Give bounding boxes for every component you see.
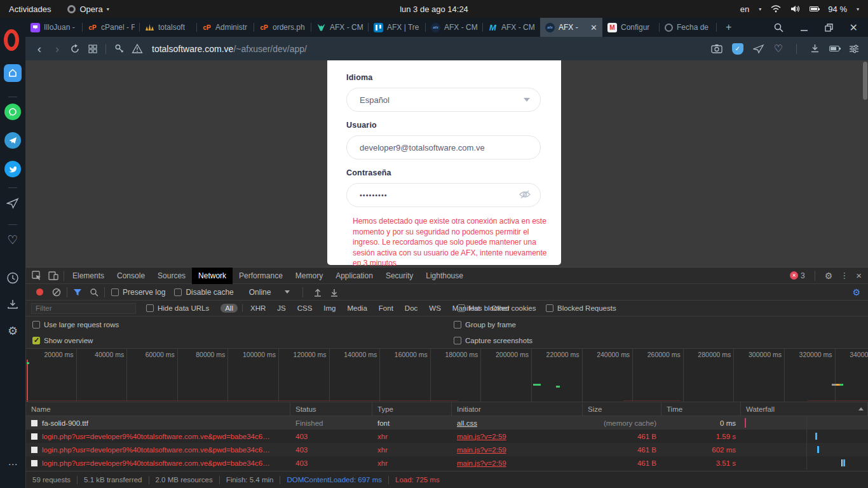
speed-dial-button[interactable] [4, 64, 22, 82]
tab-afx-cms-3[interactable]: M AFX - CM [483, 18, 540, 37]
battery-saver-icon[interactable] [829, 46, 839, 51]
initiator-link[interactable]: main.js?v=2:59 [452, 430, 583, 443]
tab-network[interactable]: Network [192, 268, 233, 284]
network-settings-gear-icon[interactable]: ⚙ [852, 287, 868, 297]
app-menu[interactable]: Opera ▾ [67, 4, 109, 14]
clock[interactable]: lun 3 de ago 14:24 [400, 4, 468, 14]
column-header-size[interactable]: Size [583, 402, 661, 416]
type-filter-doc[interactable]: Doc [399, 304, 423, 312]
network-overview-timeline[interactable]: 20000 ms 40000 ms 60000 ms 80000 ms 1000… [26, 349, 868, 402]
activities-button[interactable]: Actividades [9, 4, 51, 14]
hide-data-urls-checkbox[interactable]: Hide data URLs [146, 304, 209, 312]
throttling-select[interactable]: Online [249, 288, 290, 297]
restore-window-icon[interactable] [825, 24, 833, 32]
record-network-log-button[interactable] [36, 288, 43, 295]
tab-application[interactable]: Application [329, 268, 379, 284]
back-icon[interactable]: ‹ [31, 42, 48, 56]
import-har-icon[interactable] [309, 288, 326, 297]
forward-icon[interactable]: › [48, 42, 66, 56]
minimize-icon[interactable] [800, 24, 808, 32]
initiator-link[interactable]: main.js?v=2:59 [452, 444, 583, 456]
type-filter-media[interactable]: Media [342, 304, 373, 312]
downloads-icon[interactable] [810, 44, 820, 53]
column-header-name[interactable]: Name [26, 402, 290, 416]
battery-percent[interactable]: 94 % [828, 4, 847, 14]
type-filter-img[interactable]: Img [318, 304, 341, 312]
tab-administr[interactable]: cP Administr [197, 18, 254, 37]
easy-setup-sliders-icon[interactable] [849, 44, 859, 53]
search-network-icon[interactable] [86, 288, 102, 297]
tab-illojuan[interactable]: IlloJuan - [25, 18, 83, 37]
request-row-login-1[interactable]: login.php?usr=developer9%40totalsoftware… [26, 430, 868, 443]
tab-memory[interactable]: Memory [289, 268, 329, 284]
telegram-icon[interactable] [4, 132, 21, 149]
flow-send-icon[interactable] [753, 44, 764, 54]
bookmarks-heart-icon[interactable]: ♡ [7, 234, 18, 246]
show-overview-checkbox[interactable]: Show overview [32, 337, 93, 344]
close-tab-icon[interactable]: ✕ [590, 23, 597, 32]
type-filter-ws[interactable]: WS [423, 304, 447, 312]
tab-lighthouse[interactable]: Lighthouse [419, 268, 470, 284]
column-header-time[interactable]: Time [661, 402, 741, 416]
device-toolbar-icon[interactable] [45, 271, 62, 280]
tab-tiles-icon[interactable] [84, 44, 102, 54]
tab-afx-trello[interactable]: AFX | Tre [369, 18, 426, 37]
devtools-menu-icon[interactable]: ⋮ [840, 271, 848, 280]
tab-fecha[interactable]: Fecha de [660, 18, 717, 37]
tab-cpanel[interactable]: cP cPanel - F [83, 18, 140, 37]
username-input[interactable] [360, 143, 506, 152]
tab-orders[interactable]: cP orders.ph [254, 18, 311, 37]
reload-icon[interactable] [66, 44, 84, 54]
type-filter-js[interactable]: JS [271, 304, 291, 312]
tab-afx-cms-1[interactable]: AFX - CM [311, 18, 369, 37]
bookmark-heart-icon[interactable]: ♡ [774, 44, 783, 54]
type-filter-all[interactable]: All [220, 304, 238, 313]
tab-afx-cms-2[interactable]: afx AFX - CM [426, 18, 483, 37]
devtools-settings-gear-icon[interactable]: ⚙ [825, 271, 833, 281]
opera-menu-button[interactable] [4, 29, 19, 51]
has-blocked-cookies-checkbox[interactable]: Has blocked cookies [458, 304, 536, 312]
blocked-requests-checkbox[interactable]: Blocked Requests [546, 304, 616, 312]
whatsapp-icon[interactable] [4, 104, 21, 120]
vpn-shield-icon[interactable]: ✓ [732, 43, 743, 55]
search-tabs-icon[interactable] [774, 23, 783, 32]
downloads-tray-icon[interactable] [7, 299, 18, 310]
capture-screenshots-checkbox[interactable]: Capture screenshots [454, 337, 532, 344]
tab-sources[interactable]: Sources [151, 268, 192, 284]
tab-security[interactable]: Security [379, 268, 419, 284]
volume-icon[interactable] [790, 5, 800, 13]
column-header-initiator[interactable]: Initiator [452, 402, 583, 416]
url-field[interactable]: totalsoftware.com.ve/~afxuser/dev/app/ [152, 44, 307, 54]
site-key-icon[interactable] [110, 43, 129, 54]
history-clock-icon[interactable] [7, 272, 19, 284]
type-filter-font[interactable]: Font [373, 304, 399, 312]
sidebar-overflow-icon[interactable]: ⋯ [8, 459, 18, 469]
twitter-icon[interactable] [4, 161, 21, 177]
request-row-login-3[interactable]: login.php?usr=developer9%40totalsoftware… [26, 456, 868, 470]
tab-afx-active[interactable]: afx AFX - ✕ [540, 18, 602, 37]
filter-funnel-icon[interactable] [69, 288, 86, 296]
snapshot-camera-icon[interactable] [711, 44, 722, 53]
settings-gear-icon[interactable]: ⚙ [8, 325, 18, 337]
column-header-type[interactable]: Type [372, 402, 452, 416]
language-select[interactable]: Español [346, 88, 541, 112]
page-scrollbar[interactable] [863, 62, 867, 100]
disable-cache-checkbox[interactable]: Disable cache [174, 288, 233, 297]
tab-performance[interactable]: Performance [233, 268, 289, 284]
new-tab-button[interactable]: + [717, 18, 740, 37]
password-input[interactable] [360, 191, 506, 199]
close-window-icon[interactable]: ✕ [850, 22, 858, 34]
initiator-link[interactable]: all.css [452, 417, 583, 430]
initiator-link[interactable]: main.js?v=2:59 [452, 457, 583, 470]
group-by-frame-checkbox[interactable]: Group by frame [454, 321, 516, 329]
column-header-status[interactable]: Status [290, 402, 372, 416]
request-row-font[interactable]: fa-solid-900.ttf Finished font all.css (… [26, 416, 868, 430]
use-large-request-rows-checkbox[interactable]: Use large request rows [32, 321, 119, 329]
type-filter-css[interactable]: CSS [292, 304, 318, 312]
my-flow-icon[interactable] [6, 198, 19, 209]
request-row-login-2[interactable]: login.php?usr=developer9%40totalsoftware… [26, 443, 868, 456]
wifi-icon[interactable] [771, 5, 781, 13]
tab-console[interactable]: Console [111, 268, 151, 284]
devtools-close-icon[interactable]: × [856, 270, 862, 281]
tab-configuracion[interactable]: M Configur [602, 18, 660, 37]
